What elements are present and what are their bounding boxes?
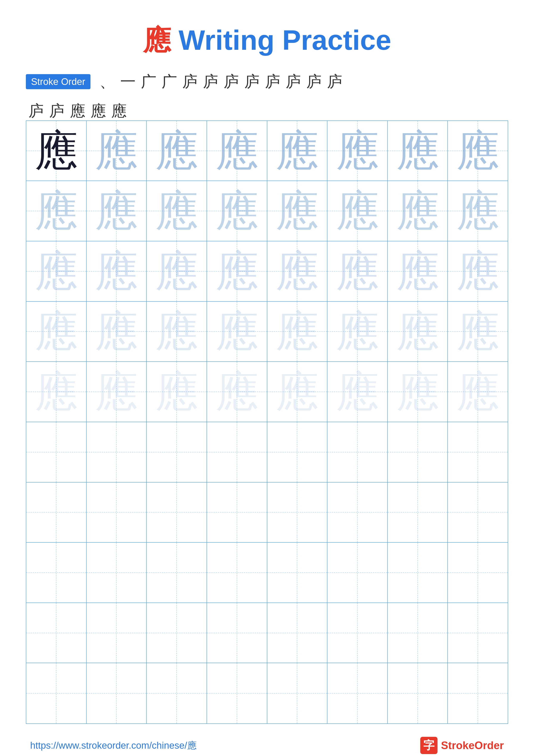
grid-cell[interactable]: 應: [87, 181, 147, 241]
grid-cell[interactable]: 應: [327, 302, 388, 362]
grid-cell[interactable]: [87, 422, 147, 482]
grid-cell[interactable]: [388, 543, 448, 603]
title-text: Writing Practice: [171, 24, 391, 56]
title-character: 應: [143, 25, 171, 56]
grid-cell[interactable]: 應: [388, 302, 448, 362]
grid-cell[interactable]: 應: [26, 121, 87, 181]
footer-url[interactable]: https://www.strokeorder.com/chinese/應: [30, 739, 197, 752]
grid-cell[interactable]: 應: [267, 362, 328, 422]
grid-cell[interactable]: 應: [388, 241, 448, 302]
practice-char: 應: [155, 250, 198, 293]
grid-cell[interactable]: 應: [87, 302, 147, 362]
grid-cell[interactable]: 應: [87, 121, 147, 181]
practice-char: 應: [35, 129, 78, 173]
grid-cell[interactable]: [207, 422, 267, 482]
practice-char: 應: [35, 370, 78, 413]
grid-cell[interactable]: 應: [147, 362, 207, 422]
grid-cell[interactable]: [388, 482, 448, 543]
grid-cell[interactable]: [327, 663, 388, 723]
grid-cell[interactable]: [448, 482, 508, 543]
grid-cell[interactable]: 應: [448, 362, 508, 422]
grid-cell[interactable]: 應: [448, 121, 508, 181]
grid-cell[interactable]: 應: [448, 302, 508, 362]
grid-cell[interactable]: 應: [327, 121, 388, 181]
footer: https://www.strokeorder.com/chinese/應 字 …: [26, 737, 508, 754]
grid-cell[interactable]: 應: [267, 241, 328, 302]
grid-cell[interactable]: [26, 663, 87, 723]
practice-grid: 應 應 應 應 應 應 應 應 應 應 應: [26, 121, 508, 724]
grid-cell[interactable]: 應: [448, 241, 508, 302]
grid-cell[interactable]: [26, 603, 87, 663]
stroke-char: 广: [138, 72, 159, 91]
practice-char: 應: [456, 129, 499, 173]
grid-cell[interactable]: 應: [207, 181, 267, 241]
stroke-char: 應: [109, 102, 129, 120]
grid-cell[interactable]: 應: [147, 181, 207, 241]
grid-cell[interactable]: [388, 603, 448, 663]
grid-cell[interactable]: [267, 603, 328, 663]
grid-cell[interactable]: [207, 482, 267, 543]
grid-cell[interactable]: [327, 543, 388, 603]
practice-char: 應: [95, 310, 138, 353]
grid-cell[interactable]: 應: [207, 241, 267, 302]
grid-cell[interactable]: [327, 482, 388, 543]
grid-cell[interactable]: 應: [87, 241, 147, 302]
grid-cell[interactable]: 應: [388, 362, 448, 422]
grid-cell[interactable]: 應: [207, 302, 267, 362]
grid-cell[interactable]: [147, 422, 207, 482]
stroke-char: 广: [159, 72, 180, 91]
grid-cell[interactable]: [267, 482, 328, 543]
grid-cell[interactable]: [448, 603, 508, 663]
grid-cell[interactable]: [267, 663, 328, 723]
grid-cell[interactable]: 應: [147, 121, 207, 181]
grid-cell[interactable]: 應: [207, 362, 267, 422]
practice-char: 應: [95, 129, 138, 173]
grid-cell[interactable]: 應: [147, 302, 207, 362]
grid-cell[interactable]: [267, 543, 328, 603]
practice-char: 應: [216, 129, 259, 173]
grid-cell[interactable]: [147, 482, 207, 543]
grid-cell[interactable]: 應: [26, 241, 87, 302]
grid-cell[interactable]: [327, 422, 388, 482]
grid-cell[interactable]: 應: [87, 362, 147, 422]
grid-cell[interactable]: [147, 663, 207, 723]
grid-cell[interactable]: 應: [267, 181, 328, 241]
grid-cell[interactable]: [327, 603, 388, 663]
grid-cell[interactable]: 應: [327, 241, 388, 302]
grid-cell[interactable]: [207, 603, 267, 663]
grid-cell[interactable]: 應: [388, 181, 448, 241]
grid-cell[interactable]: 應: [448, 181, 508, 241]
grid-cell[interactable]: 應: [26, 181, 87, 241]
grid-cell[interactable]: 應: [207, 121, 267, 181]
practice-char: 應: [35, 189, 78, 232]
grid-cell[interactable]: [87, 603, 147, 663]
grid-cell[interactable]: [267, 422, 328, 482]
grid-cell[interactable]: [448, 663, 508, 723]
grid-cell[interactable]: [87, 543, 147, 603]
grid-cell[interactable]: [147, 543, 207, 603]
grid-cell[interactable]: 應: [388, 121, 448, 181]
grid-cell[interactable]: [26, 543, 87, 603]
grid-cell[interactable]: [87, 482, 147, 543]
grid-cell[interactable]: [26, 422, 87, 482]
grid-cell[interactable]: [388, 663, 448, 723]
grid-cell[interactable]: 應: [26, 362, 87, 422]
practice-char: 應: [95, 250, 138, 293]
grid-cell[interactable]: [147, 603, 207, 663]
grid-cell[interactable]: [87, 663, 147, 723]
grid-cell[interactable]: [448, 543, 508, 603]
grid-row: 應 應 應 應 應 應 應 應: [26, 241, 508, 302]
grid-cell[interactable]: [207, 543, 267, 603]
footer-brand: 字 StrokeOrder: [420, 737, 504, 754]
grid-cell[interactable]: [448, 422, 508, 482]
grid-cell[interactable]: 應: [327, 362, 388, 422]
grid-cell[interactable]: 應: [327, 181, 388, 241]
grid-cell[interactable]: 應: [267, 121, 328, 181]
grid-cell[interactable]: [26, 482, 87, 543]
practice-char: 應: [155, 370, 198, 413]
grid-cell[interactable]: 應: [267, 302, 328, 362]
grid-cell[interactable]: [388, 422, 448, 482]
grid-cell[interactable]: [207, 663, 267, 723]
grid-cell[interactable]: 應: [147, 241, 207, 302]
grid-cell[interactable]: 應: [26, 302, 87, 362]
